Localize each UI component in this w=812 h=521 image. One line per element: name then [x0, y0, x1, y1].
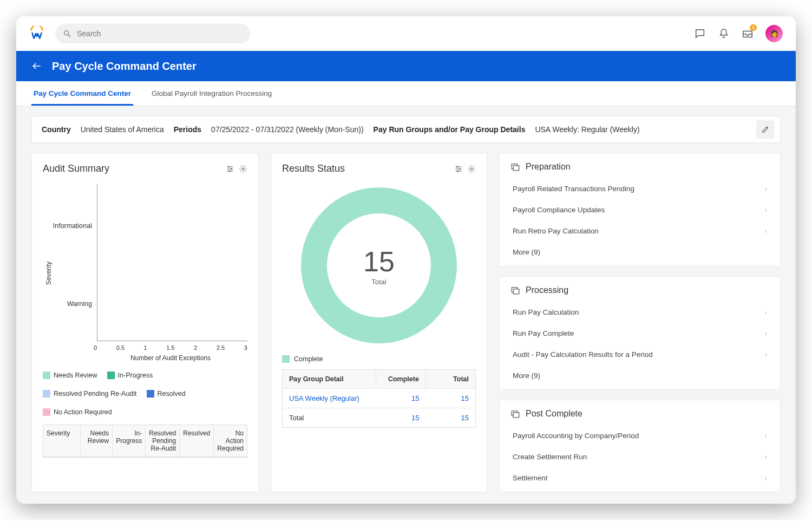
search-icon [63, 29, 71, 38]
table-row-total: Total 15 15 [283, 408, 475, 427]
stack-icon [510, 285, 520, 295]
chevron-right-icon: › [765, 350, 768, 359]
results-table: Pay Group Detail Complete Total USA Week… [282, 369, 476, 428]
results-donut-chart: 15 Total [298, 184, 460, 347]
back-arrow-icon[interactable] [31, 61, 42, 71]
filter-periods-label: Periods [174, 125, 201, 134]
task-item[interactable]: Run Pay Calculation› [510, 302, 769, 323]
task-group-preparation: Preparation Payroll Related Transactions… [499, 153, 781, 266]
workday-logo[interactable] [29, 26, 44, 41]
task-item[interactable]: Payroll Accounting by Company/Period› [510, 425, 769, 446]
task-group-title: Post Complete [526, 409, 582, 419]
search-input[interactable] [77, 29, 243, 38]
stack-icon [510, 162, 520, 172]
table-row: USA Weekly (Regular) 15 15 [283, 389, 475, 408]
task-group-processing: Processing Run Pay Calculation› Run Pay … [499, 276, 781, 390]
inbox-icon[interactable]: 6 [742, 28, 754, 40]
chevron-right-icon: › [765, 432, 768, 440]
chat-icon[interactable] [694, 28, 706, 40]
filter-bar: Country United States of America Periods… [31, 116, 781, 143]
pay-group-link[interactable]: USA Weekly (Regular) [289, 394, 359, 402]
chevron-right-icon: › [765, 206, 768, 214]
audit-x-axis-label: Number of Audit Exceptions [94, 354, 247, 362]
task-item-more[interactable]: More (9) [510, 242, 769, 263]
chevron-right-icon: › [765, 329, 768, 337]
chevron-right-icon: › [765, 308, 768, 316]
topbar: 6 👩 [16, 16, 796, 51]
task-group-title: Preparation [526, 162, 571, 172]
filter-country-value: United States of America [81, 125, 164, 134]
edit-filters-button[interactable] [756, 120, 775, 139]
audit-table: Severity Needs Review In-Progress Resolv… [43, 425, 247, 458]
task-item-more[interactable]: More (9) [510, 365, 769, 386]
tab-command-center[interactable]: Pay Cycle Command Center [31, 89, 133, 106]
filter-periods-value: 07/25/2022 - 07/31/2022 (Weekly (Mon-Sun… [211, 125, 363, 134]
svg-line-1 [68, 35, 70, 37]
audit-x-ticks: 0 0.5 1 1.5 2 2.5 3 [94, 344, 247, 351]
audit-chart: Informational Warning [97, 184, 247, 341]
task-item[interactable]: Create Settlement Run› [510, 446, 769, 467]
bell-icon[interactable] [718, 28, 730, 40]
page-title: Pay Cycle Command Center [52, 60, 197, 73]
audit-summary-card: Audit Summary Severity Informational [31, 153, 259, 492]
tabs: Pay Cycle Command Center Global Payroll … [16, 81, 796, 106]
svg-rect-10 [513, 413, 519, 418]
chevron-right-icon: › [765, 453, 768, 461]
svg-rect-8 [513, 289, 519, 294]
task-item[interactable]: Run Retro Pay Calculation› [510, 220, 769, 242]
svg-point-2 [242, 168, 244, 170]
chevron-right-icon: › [765, 474, 768, 482]
svg-point-3 [470, 168, 473, 170]
inbox-badge: 6 [750, 24, 757, 31]
results-status-title: Results Status [282, 163, 345, 174]
tab-global-payroll[interactable]: Global Payroll Integration Processing [149, 89, 274, 106]
filter-groups-value: USA Weekly: Regular (Weekly) [535, 125, 639, 134]
audit-y-axis-label: Severity [43, 184, 55, 362]
task-group-post-complete: Post Complete Payroll Accounting by Comp… [499, 400, 781, 492]
sliders-icon[interactable] [454, 165, 463, 173]
task-group-title: Processing [526, 285, 568, 295]
search-box[interactable] [55, 24, 250, 43]
task-item[interactable]: Payroll Compliance Updates› [510, 199, 769, 220]
pencil-icon [761, 125, 770, 134]
results-total-label: Total [371, 278, 386, 286]
chevron-right-icon: › [765, 227, 768, 235]
task-item[interactable]: Audit - Pay Calculation Results for a Pe… [510, 344, 769, 365]
page-header: Pay Cycle Command Center [16, 51, 796, 81]
audit-legend: Needs Review In-Progress Resolved Pendin… [43, 372, 247, 416]
stack-icon [510, 409, 520, 419]
task-item[interactable]: Payroll Related Transactions Pending› [510, 178, 769, 199]
results-total-number: 15 [363, 245, 395, 278]
task-groups: Preparation Payroll Related Transactions… [499, 153, 781, 492]
avatar[interactable]: 👩 [765, 25, 783, 42]
gear-icon[interactable] [467, 165, 476, 173]
results-legend: Complete [282, 355, 476, 363]
chevron-right-icon: › [765, 185, 768, 193]
sliders-icon[interactable] [226, 165, 234, 173]
filter-groups-label: Pay Run Groups and/or Pay Group Details [374, 125, 526, 134]
task-item[interactable]: Settlement› [510, 467, 769, 489]
task-item[interactable]: Run Pay Complete› [510, 323, 769, 344]
svg-point-0 [64, 31, 69, 35]
svg-rect-6 [513, 166, 519, 171]
results-status-card: Results Status 15 Total Complete [271, 153, 487, 492]
filter-country-label: Country [42, 125, 71, 134]
audit-summary-title: Audit Summary [43, 163, 109, 174]
gear-icon[interactable] [239, 165, 247, 173]
